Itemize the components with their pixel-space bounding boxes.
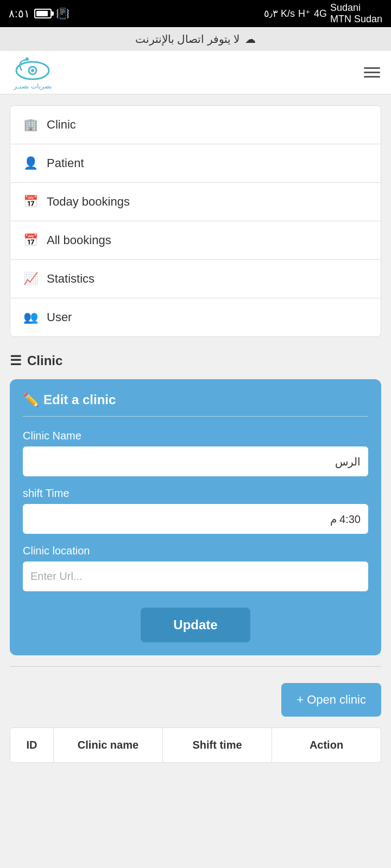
update-button[interactable]: Update [141, 608, 250, 642]
hamburger-menu[interactable] [364, 67, 380, 78]
nav-item-user[interactable]: 👥 User [10, 298, 381, 336]
logo-text: بصريات بصيـر [14, 82, 51, 90]
table-header-clinic-name: Clinic name [54, 728, 163, 762]
cloud-icon: ☁ [245, 33, 256, 46]
table-header-row: ID Clinic name Shift time Action [10, 728, 381, 762]
svg-point-2 [31, 69, 34, 72]
today-bookings-icon: 📅 [23, 195, 38, 209]
svg-point-3 [26, 58, 29, 61]
no-internet-banner: ☁ لا يتوفر اتصال بالإنترنت [0, 27, 391, 51]
edit-icon: ✏️ [23, 392, 39, 407]
clinic-name-label: Clinic Name [23, 430, 368, 442]
header: بصريات بصيـر [0, 51, 391, 94]
nav-item-today-bookings[interactable]: 📅 Today bookings [10, 183, 381, 221]
status-right: ٥٫٣ K/s H⁺ 4G Sudani MTN Sudan [264, 2, 382, 25]
table-header-id: ID [10, 728, 54, 762]
signal-4g-icon: 4G [314, 8, 327, 20]
carrier-name: Sudani MTN Sudan [330, 2, 382, 25]
edit-clinic-title-text: Edit a clinic [43, 392, 116, 407]
vibrate-icon: 📳 [56, 7, 70, 20]
patient-icon: 👤 [23, 156, 38, 170]
status-time: ٨:٥١ [9, 7, 30, 20]
nav-statistics-label: Statistics [47, 272, 94, 286]
speed-indicator: ٥٫٣ K/s [264, 8, 295, 20]
nav-clinic-label: Clinic [47, 118, 76, 132]
battery-icon [34, 9, 52, 18]
shift-time-label: shift Time [23, 487, 368, 500]
no-internet-text: لا يتوفر اتصال بالإنترنت [135, 33, 240, 46]
menu-icon: ☰ [10, 353, 22, 368]
logo: بصريات بصيـر [11, 55, 54, 90]
nav-item-all-bookings[interactable]: 📅 All bookings [10, 221, 381, 260]
nav-item-statistics[interactable]: 📈 Statistics [10, 260, 381, 298]
status-bar: ٨:٥١ 📳 ٥٫٣ K/s H⁺ 4G Sudani MTN Sudan [0, 0, 391, 27]
table-header-shift-time: Shift time [163, 728, 272, 762]
open-clinic-button[interactable]: + Open clinic [281, 683, 381, 717]
statistics-icon: 📈 [23, 272, 38, 286]
nav-today-bookings-label: Today bookings [47, 195, 130, 209]
clinic-location-input[interactable] [23, 561, 368, 591]
shift-time-input[interactable] [23, 504, 368, 534]
clinic-table: ID Clinic name Shift time Action [10, 727, 381, 763]
clinic-location-label: Clinic location [23, 545, 368, 557]
edit-clinic-card: ✏️ Edit a clinic Clinic Name shift Time … [10, 379, 381, 655]
nav-patient-label: Patient [47, 156, 84, 170]
nav-all-bookings-label: All bookings [47, 233, 111, 247]
nav-menu: 🏢 Clinic 👤 Patient 📅 Today bookings 📅 Al… [10, 105, 381, 337]
section-title: ☰ Clinic [0, 348, 391, 374]
nav-item-clinic[interactable]: 🏢 Clinic [10, 106, 381, 144]
all-bookings-icon: 📅 [23, 233, 38, 247]
section-divider [10, 666, 381, 667]
logo-svg [11, 55, 54, 82]
signal-h-icon: H⁺ [298, 8, 311, 20]
status-left: ٨:٥١ 📳 [9, 7, 70, 20]
nav-user-label: User [47, 310, 72, 324]
clinic-name-input[interactable] [23, 446, 368, 476]
nav-item-patient[interactable]: 👤 Patient [10, 144, 381, 183]
open-clinic-row: + Open clinic [0, 678, 391, 722]
edit-clinic-title: ✏️ Edit a clinic [23, 392, 368, 407]
table-header-action: Action [272, 728, 381, 762]
user-icon: 👥 [23, 310, 38, 324]
form-divider [23, 416, 368, 417]
section-title-text: Clinic [27, 353, 62, 368]
clinic-icon: 🏢 [23, 118, 38, 132]
